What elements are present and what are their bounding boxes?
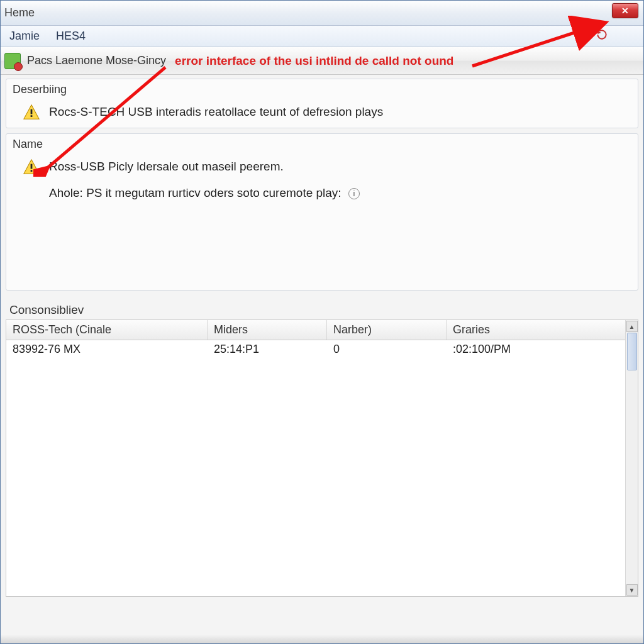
close-button[interactable]: ✕: [612, 3, 638, 18]
group-header-name: Name: [6, 134, 638, 152]
error-annotation: error interface of the usi intlind de ca…: [175, 54, 453, 68]
table-row[interactable]: 83992-76 MX 25:14:P1 0 :02:100/PM: [6, 340, 638, 359]
window-title: Heme: [4, 6, 35, 19]
col-header-1[interactable]: ROSS-Tech (Cinale: [6, 320, 208, 340]
svg-rect-2: [31, 115, 33, 117]
app-window: Heme ✕ Jamie HES4 Pacs Laemone Mose-Ginc…: [0, 0, 644, 644]
cell: 0: [327, 340, 447, 359]
grid-header: ROSS-Tech (Cinale Miders Narber) Graries: [6, 320, 638, 340]
bottom-shadow: [1, 635, 643, 643]
menu-item-hes4[interactable]: HES4: [50, 27, 92, 45]
title-bar: Heme ✕: [1, 1, 643, 26]
data-grid: ROSS-Tech (Cinale Miders Narber) Graries…: [6, 320, 638, 597]
describing-text: Rocs-S-TECH USB interadis reatollace teu…: [49, 104, 383, 120]
group-row: Ross-USB Picly ldersale out maseil peere…: [6, 152, 638, 202]
info-icon[interactable]: i: [348, 188, 360, 199]
toolbar: Pacs Laemone Mose-Gincy error interface …: [1, 47, 643, 75]
cell: 83992-76 MX: [6, 340, 208, 359]
toolbar-label: Pacs Laemone Mose-Gincy: [27, 54, 166, 67]
col-header-4[interactable]: Graries: [447, 320, 638, 340]
warning-icon: [23, 104, 40, 120]
warning-icon: [23, 158, 40, 175]
col-header-2[interactable]: Miders: [208, 320, 327, 340]
group-row: Rocs-S-TECH USB interadis reatollace teu…: [6, 97, 638, 121]
scroll-thumb[interactable]: [627, 333, 637, 370]
panel-area: Deserbiing Rocs-S-TECH USB interadis rea…: [1, 75, 643, 601]
scroll-up-button[interactable]: ▲: [626, 321, 638, 332]
menu-item-jamie[interactable]: Jamie: [3, 27, 46, 45]
svg-rect-1: [31, 109, 33, 114]
group-header-describing: Deserbiing: [6, 79, 638, 97]
device-status-icon[interactable]: [4, 53, 21, 69]
name-text-1: Ross-USB Picly ldersale out maseil peere…: [49, 158, 360, 175]
group-describing: Deserbiing Rocs-S-TECH USB interadis rea…: [6, 79, 638, 128]
scroll-track[interactable]: [626, 333, 638, 584]
cell: 25:14:P1: [208, 340, 327, 359]
refresh-icon[interactable]: [596, 28, 608, 41]
name-text-2: Ahole: PS it megutam rurticv oders soto …: [49, 185, 360, 201]
name-text-block: Ross-USB Picly ldersale out maseil peere…: [49, 158, 360, 201]
col-header-3[interactable]: Narber): [327, 320, 447, 340]
table-section: Consonsibliev ROSS-Tech (Cinale Miders N…: [6, 302, 638, 597]
cell: :02:100/PM: [447, 340, 638, 359]
table-title: Consonsibliev: [6, 302, 638, 320]
close-icon: ✕: [621, 6, 629, 16]
svg-rect-5: [31, 170, 33, 172]
group-name: Name Ross-USB Picly ldersale out maseil …: [6, 133, 638, 291]
menu-bar: Jamie HES4: [1, 26, 643, 47]
scrollbar[interactable]: ▲ ▼: [625, 320, 638, 596]
scroll-down-button[interactable]: ▼: [626, 584, 638, 596]
svg-rect-4: [31, 164, 33, 169]
name-text-2-content: Ahole: PS it megutam rurticv oders soto …: [49, 186, 341, 199]
